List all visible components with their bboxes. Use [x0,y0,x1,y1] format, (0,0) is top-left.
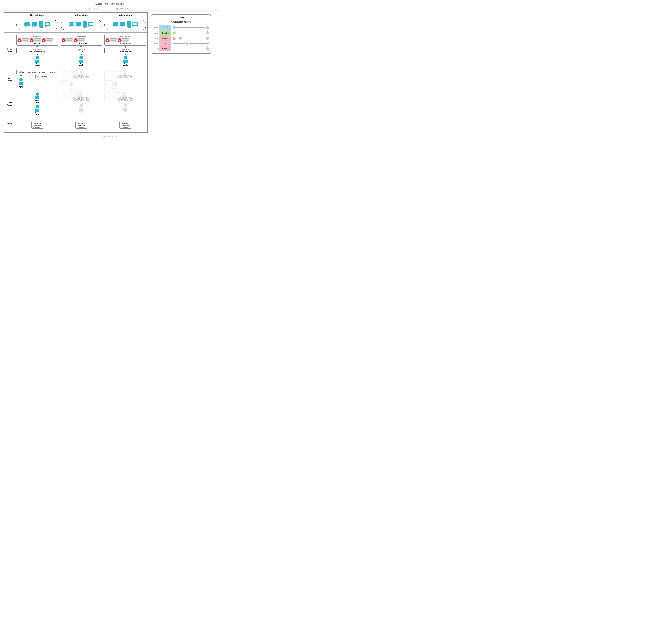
teamadmin-ops-cell: NormalUser SAME [103,91,147,117]
arrow-org-to-admin-ops [124,54,126,55]
feature-commit-1 [172,37,175,40]
release-commits [172,47,209,50]
ops-faint-user-teamadmin: NormalUser [123,104,128,115]
ansible-node-qa-2: A [74,38,85,42]
rbac-diagram: Network Zone Network Zone Network Zone R… [4,13,148,133]
arrow-org-to-admin-dev [36,54,38,55]
release-line1 [172,49,205,49]
nz-label-cell [4,17,15,32]
instance-nodes-qa: A A [62,38,101,42]
release-commit-1 [206,47,209,50]
develop-commits [172,31,209,34]
normaluser-label: NormalUser [4,118,15,132]
arrow-ig-to-org-dev [36,46,38,48]
instance-group-dev: Instance Group A A A [17,35,58,46]
nz-qa-cell: Router Switch Server Ethernet [60,17,103,32]
feature-line1 [177,38,178,39]
server-icon-ops: Server [127,21,131,28]
feature-commit-3 [206,37,209,40]
test-commits [172,42,209,45]
sysadmin-label: System Admin [4,32,15,68]
nz-qa-ellipse: Router Switch Server Ethernet [61,20,102,30]
sysadmin-qa-cell: Instance Group A A TEST-GROUP [60,32,103,68]
dev-resources-row2: Job Templates [27,74,57,78]
switch-icon-ops: Switch [120,22,125,27]
develop-commit-2 [206,31,209,34]
job-templates-box-dev: Job Templates [36,75,48,78]
branch-release-box: Release [159,46,171,51]
org-admin-qa-icon: OrgAdmin [79,56,84,67]
org-admin-ops: OrgAdmin [104,56,146,67]
teamadmin-row: TeamAdmin NormalUser NormalUser [4,91,147,118]
arrow-team-to-admin [20,75,22,77]
projects-box-dev: Projects [38,71,46,73]
test-line2 [189,43,209,44]
scm-panel: SCM AnsibleRepository branch Master bran… [151,15,211,54]
branch-develop: branch Develop [153,30,209,36]
test-line1 [172,43,185,44]
header-corner [4,13,15,17]
router-icon-qa: Router [69,22,74,27]
instance-nodes-ops: A A [105,38,145,42]
orgadmin-row: OrgAdmin Team DevTeam T [4,68,147,91]
master-commits [172,26,209,29]
ethernet-icon-dev: Ethernet [45,22,50,27]
feature-commits [172,37,209,40]
instance-group-ops: Instance Group A A DEV-GROUP [104,35,146,46]
normaluser-ops-cell: (Personal)Credentials [103,118,147,132]
network-zone-row: Router Switch Server Ethernet [4,17,147,32]
branch-feature: branch Feature [153,36,209,41]
branch-master-box: Master [159,25,171,30]
team-admin-icon: TeamAdmin [19,78,23,89]
nz-col1-header: Network Zone [15,13,60,17]
normal-user-dev-1: NormalUser [34,92,40,103]
scm-title: SCM [153,17,209,20]
teamadmin-qa-cell: NormalUser SAME [60,91,103,117]
teamadmin-dev-cell: NormalUser NormalUser [15,91,60,117]
qa-faint-user-teamadmin: NormalUser [79,104,84,115]
nz-dev-ellipse: Router Switch Server Ethernet [17,20,58,30]
switch-icon-qa: Switch [76,22,81,27]
nz-dev-cell: Router Switch Server Ethernet [15,17,60,32]
develop-line [177,33,205,33]
server-icon-dev: Server [39,21,43,28]
page-meta: John Madaigh | September 24, 2019 [0,7,219,10]
org-dev-box: Organization DEVELOPMENT [17,48,58,53]
develop-commit-1 [172,31,175,34]
dev-resources-row1: Credentials Projects Inventories [27,71,57,73]
personal-credentials-ops: (Personal)Credentials [119,121,131,129]
org-admin-qa: OrgAdmin [61,56,102,67]
teamadmin-label: TeamAdmin [4,91,15,117]
master-commit-2 [206,26,209,29]
same-orgadmin-qa: SAME [61,69,102,84]
ansible-node-1: A [17,38,29,42]
org-ops-box: Organization OPERATIONS [104,48,146,53]
instance-group-qa: Instance Group A A TEST-GROUP [61,35,102,46]
personal-credentials-dev: (Personal)Credentials [31,121,43,129]
ethernet-icon-qa: Ethernet [88,22,93,27]
router-icon-ops: Router [113,22,118,27]
ansible-node-ops-2: A [118,38,129,42]
orgadmin-dev-content: Team DevTeam TeamAdmin Credent [17,70,58,89]
org-admin-dev: OrgAdmin [17,56,58,67]
orgadmin-ops-cell: Team Credentials NormalUser Projects Nor… [103,68,147,90]
normaluser-dev-cell: (Personal)Credentials [15,118,60,132]
nz-ops-cell: Router Switch Server Ethernet [103,17,147,32]
normaluser-qa-cell: (Personal)Credentials [60,118,103,132]
nz-ops-ellipse: Router Switch Server Ethernet [104,20,146,30]
header-row: Network Zone Network Zone Network Zone [4,13,147,17]
main-layout: Network Zone Network Zone Network Zone R… [0,13,219,133]
sysadmin-dev-cell: Instance Group A A A [15,32,60,68]
branch-release: branch Release [153,46,209,51]
org-admin-ops-icon: OrgAdmin [123,56,128,67]
normaluser-row: NormalUser (Personal)Credentials (Person… [4,118,147,132]
arrow-ig-to-org-ops [124,46,126,48]
ansible-node-qa-1: A [62,38,73,42]
server-icon-qa: Server [83,21,87,28]
branch-master: branch Master [153,25,209,30]
branch-develop-box: Develop [159,30,171,36]
ansible-node-3: A [42,38,53,42]
normal-user-dev-2: NormalUser [34,105,40,116]
feature-line2 [183,38,205,39]
master-line [177,27,205,28]
